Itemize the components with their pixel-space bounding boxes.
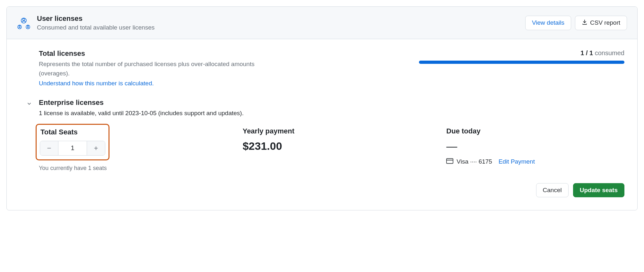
payment-row: Visa ···· 6175 Edit Payment xyxy=(446,158,624,166)
edit-payment-link[interactable]: Edit Payment xyxy=(499,158,535,165)
total-licenses-title: Total licenses xyxy=(39,49,270,58)
panel-header: User licenses Consumed and total availab… xyxy=(7,7,637,39)
cancel-button[interactable]: Cancel xyxy=(536,183,569,197)
update-seats-button[interactable]: Update seats xyxy=(573,183,624,197)
enterprise-desc: 1 license is available, valid until 2023… xyxy=(39,109,244,118)
svg-rect-6 xyxy=(447,158,453,163)
view-details-label: View details xyxy=(532,19,564,26)
card-text: Visa ···· 6175 xyxy=(457,158,492,165)
user-licenses-panel: User licenses Consumed and total availab… xyxy=(6,6,638,210)
consumed-text: 1 / 1 consumed xyxy=(419,49,624,57)
csv-report-label: CSV report xyxy=(590,19,620,26)
panel-title: User licenses xyxy=(37,14,155,23)
enterprise-title: Enterprise licenses xyxy=(39,98,244,107)
csv-report-button[interactable]: CSV report xyxy=(575,16,627,30)
credit-card-icon xyxy=(446,158,453,166)
seats-hint: You currently have 1 seats xyxy=(39,165,217,172)
panel-body: Total licenses Represents the total numb… xyxy=(7,39,637,210)
seats-stepper xyxy=(40,141,105,156)
svg-point-3 xyxy=(19,26,20,27)
consumed-progress-bar xyxy=(419,61,624,64)
view-details-button[interactable]: View details xyxy=(525,16,571,30)
total-licenses-section: Total licenses Represents the total numb… xyxy=(20,49,624,87)
yearly-label: Yearly payment xyxy=(243,127,421,135)
users-icon xyxy=(17,16,30,30)
yearly-value: $231.00 xyxy=(243,140,421,152)
action-row: Cancel Update seats xyxy=(20,183,624,197)
consumed-suffix: consumed xyxy=(593,49,624,56)
total-licenses-desc: Represents the total number of purchased… xyxy=(39,60,270,78)
due-today-col: Due today — Visa ···· 6175 Edit Payment xyxy=(446,127,624,172)
enterprise-licenses-section: Enterprise licenses 1 license is availab… xyxy=(20,98,624,197)
consumed-count: 1 / 1 xyxy=(580,49,593,56)
header-actions: View details CSV report xyxy=(525,16,627,30)
consumed-block: 1 / 1 consumed xyxy=(419,49,624,64)
total-seats-col: Total Seats You currently have 1 seats xyxy=(39,127,217,172)
increment-button[interactable] xyxy=(87,141,105,155)
panel-subtitle: Consumed and total available user licens… xyxy=(37,24,155,31)
chevron-down-icon[interactable] xyxy=(26,100,32,108)
yearly-payment-col: Yearly payment $231.00 xyxy=(243,127,421,172)
due-label: Due today xyxy=(446,127,624,135)
seats-highlight-box: Total Seats xyxy=(36,124,109,160)
svg-point-5 xyxy=(27,26,29,27)
svg-point-1 xyxy=(23,19,25,21)
total-seats-label: Total Seats xyxy=(40,128,105,136)
seats-input[interactable] xyxy=(58,141,87,155)
understand-calculation-link[interactable]: Understand how this number is calculated… xyxy=(39,80,154,87)
decrement-button[interactable] xyxy=(40,141,58,155)
seats-grid: Total Seats You currently have 1 seats xyxy=(39,127,624,172)
header-left: User licenses Consumed and total availab… xyxy=(17,14,155,31)
download-icon xyxy=(582,19,587,27)
due-value: — xyxy=(446,140,624,152)
